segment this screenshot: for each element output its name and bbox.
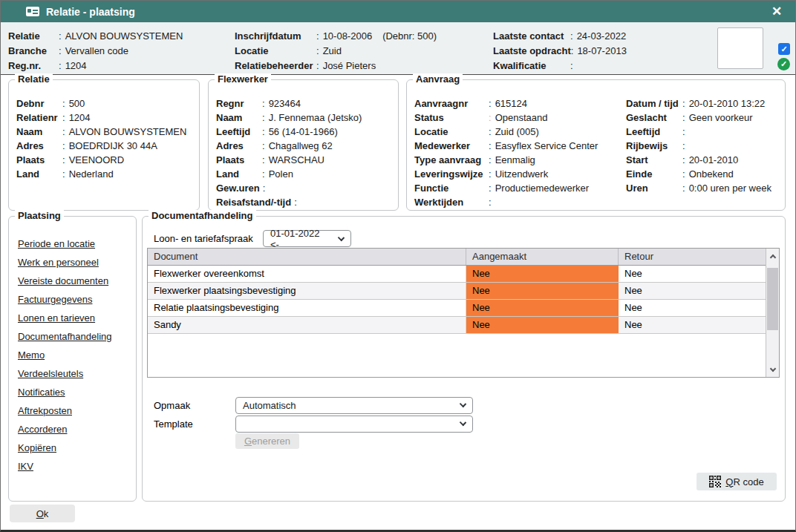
window-title: Relatie - plaatsing bbox=[46, 6, 135, 18]
field-label: Leeftijd bbox=[626, 125, 682, 139]
table-row[interactable]: Sandy Nee Nee bbox=[148, 317, 766, 334]
column-header-aangemaakt: Aangemaakt bbox=[466, 249, 619, 265]
field-label: Rijbewijs bbox=[626, 139, 682, 153]
groupbox-title: Relatie bbox=[15, 73, 53, 85]
photo-placeholder bbox=[717, 27, 763, 69]
field-value: 18-07-2013 bbox=[577, 44, 627, 59]
cell-retour: Nee bbox=[619, 266, 766, 282]
field-label: Adres bbox=[216, 139, 262, 153]
chevron-down-icon bbox=[460, 401, 466, 407]
cell-document: Flexwerker overeenkomst bbox=[148, 266, 466, 282]
sidebar-item-lonen-en-tarieven[interactable]: Lonen en tarieven bbox=[18, 309, 136, 327]
column-header-document: Document bbox=[148, 249, 466, 265]
field-label: Regnr bbox=[216, 96, 262, 111]
field-value: Nederland bbox=[69, 167, 114, 181]
sidebar-item-werk-en-personeel[interactable]: Werk en personeel bbox=[18, 253, 136, 272]
field-label: Plaats bbox=[216, 153, 262, 167]
scroll-down-icon[interactable] bbox=[766, 362, 779, 377]
ok-button[interactable]: Ok bbox=[10, 505, 75, 522]
field-label: Branche bbox=[8, 44, 59, 59]
field-value: Zuid bbox=[323, 44, 342, 59]
sidebar-item-vereiste-documenten[interactable]: Vereiste documenten bbox=[18, 272, 136, 290]
table-scrollbar[interactable] bbox=[766, 249, 779, 377]
field-value: Onbekend bbox=[689, 167, 734, 181]
sidebar-item-accorderen[interactable]: Accorderen bbox=[18, 420, 136, 439]
relatie-groupbox: Relatie Debnr500 Relatienr1204 NaamALVON… bbox=[8, 79, 200, 211]
field-value: Vervallen code bbox=[65, 44, 128, 59]
sidebar-item-notificaties[interactable]: Notificaties bbox=[18, 383, 136, 401]
field-value: 24-03-2022 bbox=[577, 29, 627, 44]
sidebar-item-aftrekposten[interactable]: Aftrekposten bbox=[18, 401, 136, 420]
field-label: Inschrijfdatum bbox=[235, 29, 316, 44]
field-value: BOEDRDIJK 30 44A bbox=[69, 139, 157, 153]
qr-code-icon bbox=[709, 476, 721, 487]
field-label: Relatienr bbox=[16, 111, 62, 125]
field-label: Werktijden bbox=[414, 195, 489, 209]
relatie-plaatsing-window: Relatie - plaatsing RelatieALVON BOUWSYS… bbox=[0, 0, 796, 532]
loon-tariefafspraak-select[interactable]: 01-01-2022 <- bbox=[263, 230, 351, 247]
table-row[interactable]: Flexwerker overeenkomst Nee Nee bbox=[148, 266, 766, 283]
close-icon[interactable] bbox=[767, 1, 786, 22]
field-label: Einde bbox=[626, 167, 682, 181]
cell-retour: Nee bbox=[619, 300, 766, 316]
cell-retour: Nee bbox=[619, 283, 766, 299]
sidebar-item-ikv[interactable]: IKV bbox=[18, 457, 136, 476]
field-label: Locatie bbox=[235, 44, 316, 59]
status-ok-icon bbox=[777, 58, 790, 70]
field-label: Aanvraagnr bbox=[414, 96, 489, 111]
field-value: Polen bbox=[269, 167, 293, 181]
sidebar-item-memo[interactable]: Memo bbox=[18, 346, 136, 364]
field-value: 56 (14-01-1966) bbox=[269, 125, 338, 139]
groupbox-title: Plaatsing bbox=[15, 210, 64, 222]
documentafhandeling-groupbox: Documentafhandeling Loon- en tariefafspr… bbox=[142, 216, 786, 502]
opmaak-label: Opmaak bbox=[154, 400, 235, 411]
field-label: Medewerker bbox=[414, 139, 489, 153]
field-label: Relatiebeheerder bbox=[235, 59, 316, 73]
template-select[interactable] bbox=[235, 416, 473, 433]
field-label: Kwalificatie bbox=[493, 59, 570, 73]
sidebar-item-kopieren[interactable]: Kopiëren bbox=[18, 439, 136, 457]
field-value: Chagallweg 62 bbox=[269, 139, 333, 153]
field-value: ALVON BOUWSYSTEMEN bbox=[65, 29, 183, 44]
field-label: Laatste contact bbox=[493, 29, 570, 44]
field-label: Land bbox=[16, 167, 62, 181]
field-value: Eenmalig bbox=[495, 153, 535, 167]
field-label: Status bbox=[414, 111, 489, 125]
sidebar-item-verdeelsleutels[interactable]: Verdeelsleutels bbox=[18, 364, 136, 383]
sidebar-item-factuurgegevens[interactable]: Factuurgegevens bbox=[18, 290, 136, 309]
title-bar[interactable]: Relatie - plaatsing bbox=[1, 1, 795, 22]
documents-table-header: Document Aangemaakt Retour bbox=[148, 249, 779, 266]
opmaak-value: Automatisch bbox=[243, 400, 296, 411]
opmaak-select[interactable]: Automatisch bbox=[235, 397, 473, 414]
field-value: 615124 bbox=[495, 96, 527, 111]
cell-aangemaakt: Nee bbox=[466, 300, 619, 316]
field-value: J. Fennemaa (Jetsko) bbox=[269, 111, 362, 125]
chevron-down-icon bbox=[460, 419, 466, 426]
groupbox-title: Documentafhandeling bbox=[149, 210, 256, 222]
sidebar-item-documentafhandeling[interactable]: Documentafhandeling bbox=[18, 327, 136, 346]
table-row[interactable]: Flexwerker plaatsingsbevestiging Nee Nee bbox=[148, 283, 766, 300]
field-label: Leeftijd bbox=[216, 125, 262, 139]
field-value: Openstaand bbox=[495, 111, 548, 125]
table-row[interactable]: Relatie plaatsingsbevestiging Nee Nee bbox=[148, 300, 766, 317]
genereren-button[interactable]: Genereren bbox=[235, 433, 299, 449]
cell-document: Sandy bbox=[148, 317, 466, 333]
qr-code-button[interactable]: QR code bbox=[696, 473, 777, 490]
scroll-up-icon[interactable] bbox=[766, 249, 779, 263]
cell-document: Flexwerker plaatsingsbevestiging bbox=[148, 283, 466, 299]
field-value: Uitzendwerk bbox=[495, 167, 549, 181]
template-label: Template bbox=[154, 418, 235, 430]
field-label: Type aanvraag bbox=[414, 153, 489, 167]
header-middle-column: Inschrijfdatum10-08-2006(Debnr: 500) Loc… bbox=[235, 29, 437, 73]
sidebar-item-periode-en-locatie[interactable]: Periode en locatie bbox=[18, 234, 136, 253]
scrollbar-thumb[interactable] bbox=[767, 268, 778, 330]
groupbox-title: Flexwerker bbox=[215, 73, 271, 85]
field-label: Naam bbox=[16, 125, 62, 139]
header-left-column: RelatieALVON BOUWSYSTEMEN BrancheVervall… bbox=[8, 29, 183, 73]
checkbox-checked-icon[interactable] bbox=[778, 43, 790, 55]
field-value: ALVON BOUWSYSTEMEN bbox=[69, 125, 187, 139]
field-extra: (Debnr: 500) bbox=[382, 29, 437, 44]
aanvraag-right-column: Datum / tijd20-01-2010 13:22 GeslachtGee… bbox=[619, 80, 771, 195]
field-label: Adres bbox=[16, 139, 62, 153]
documents-table: Document Aangemaakt Retour Flexwerker ov… bbox=[147, 248, 780, 378]
